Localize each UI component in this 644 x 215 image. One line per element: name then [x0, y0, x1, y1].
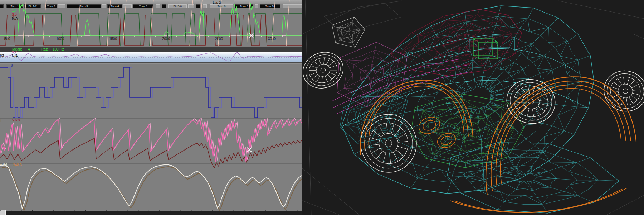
- trace-speed-lap2: [2, 167, 302, 211]
- top-chart-value-green: 10: [12, 9, 16, 13]
- trace-reference-lap: [272, 0, 275, 46]
- rpm-value: 5978: [12, 119, 20, 122]
- trace-rpm-lap1-echo: [1, 118, 302, 161]
- viewport-3d: [302, 0, 644, 215]
- trace-reference-lap: [190, 0, 193, 46]
- speed-channel-fragment: m/h]: [0, 163, 7, 167]
- wheel-wireframe-1: [302, 47, 348, 94]
- mesh-body-shell: [342, 6, 594, 194]
- gear-value: 6: [11, 64, 13, 67]
- scene-helper-line: [633, 34, 644, 39]
- body-contour-line: [379, 34, 522, 68]
- scene-helper-line: [302, 201, 340, 215]
- top-chart-value-na: N/A: [12, 17, 18, 20]
- mesh-rear-deck: [340, 90, 408, 143]
- trace-reference-lap: [247, 0, 250, 46]
- trace-reference-lap: [286, 0, 289, 46]
- trace-reference-lap: [218, 0, 221, 46]
- fender-arc: [496, 85, 626, 187]
- telemetry-charts-canvas[interactable]: [0, 0, 302, 215]
- rpm-channel-fragment: ]: [0, 119, 1, 122]
- variance-value: 0.2: [12, 51, 17, 54]
- trace-throttle: [0, 14, 302, 46]
- scene-helper-line: [302, 1, 402, 34]
- trace-reference-lap: [43, 0, 46, 46]
- scene-helper-line: [558, 1, 644, 19]
- trace-delta: [0, 52, 302, 61]
- body-contour-line: [351, 48, 581, 93]
- accent-sweep-line: [336, 72, 472, 114]
- app-screen: Lap 2 Turn 1Str 1-2Turn 2Turn 3Turn 4Tur…: [0, 0, 644, 215]
- telemetry-panel: Lap 2 Turn 1Str 1-2Turn 2Turn 3Turn 4Tur…: [0, 0, 302, 215]
- trace-gear-lap1: [0, 67, 302, 118]
- viewport-3d-canvas[interactable]: [302, 0, 644, 215]
- scene-helper-line: [606, 195, 644, 215]
- variance-channel-fragment: rct: [0, 54, 4, 57]
- mesh-rollbar-detail: [332, 17, 365, 47]
- mesh-front-splitter: [447, 143, 619, 213]
- mesh-roof-windshield: [390, 9, 522, 76]
- variance-na: N/A: [12, 54, 18, 58]
- headlight-ring: [435, 131, 458, 150]
- trace-reference-lap: [77, 0, 80, 46]
- accent-sweep-line: [332, 59, 462, 101]
- speed-value: 248.3: [13, 163, 22, 167]
- top-chart-value-red: 0.0: [12, 13, 17, 16]
